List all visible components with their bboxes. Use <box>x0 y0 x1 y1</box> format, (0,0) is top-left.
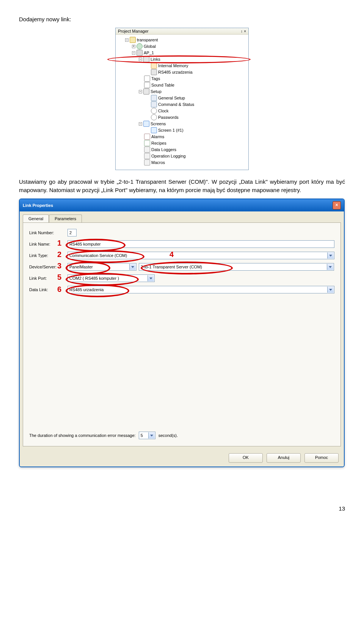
toggle-icon[interactable]: − <box>139 58 142 61</box>
tree-node-recipes[interactable]: Recipes <box>117 140 247 147</box>
command-icon <box>151 101 157 107</box>
pm-title: Project Manager <box>118 29 149 33</box>
recipe-icon <box>144 140 150 146</box>
field-link-number[interactable]: 2 <box>67 229 77 236</box>
toggle-icon[interactable]: + <box>132 45 135 48</box>
tree-node-root[interactable]: −transparent <box>117 37 247 43</box>
label-link-number: Link Number: <box>29 230 65 235</box>
close-icon[interactable]: × <box>333 201 341 210</box>
dialog-footer: OK Anuluj Pomoc <box>20 449 344 467</box>
tree-node-macros[interactable]: Macros <box>117 159 247 166</box>
chevron-down-icon <box>149 277 152 279</box>
row-link-name: Link Name: RS485 komputer 1 <box>29 240 334 248</box>
screens-icon <box>143 121 149 127</box>
hmi-icon <box>136 50 143 56</box>
heading: Dodajemy nowy link: <box>19 15 345 24</box>
tree-node-rs485[interactable]: RS485 urzadzenia <box>117 69 247 76</box>
field-link-type[interactable]: Communication Service (COM) <box>67 252 334 259</box>
alarm-icon <box>144 134 150 140</box>
page-number: 13 <box>19 505 345 512</box>
dialog-titlebar: Link Properties × <box>20 199 344 211</box>
tree-node-global[interactable]: +Global <box>117 43 247 50</box>
dialog-page-general: Link Number: 2 Link Name: RS485 komputer… <box>23 222 341 446</box>
chevron-down-icon <box>150 435 153 437</box>
tree-node-screen1[interactable]: Screen 1 (#1) <box>117 127 247 134</box>
field-data-link[interactable]: RS485 urzadzenia <box>67 286 334 293</box>
help-button[interactable]: Pomoc <box>304 453 339 463</box>
clock-icon <box>151 108 157 114</box>
memory-icon <box>151 63 157 69</box>
annotation-4: 4 <box>169 250 174 259</box>
chevron-down-icon <box>329 266 332 268</box>
lock-icon <box>151 114 157 120</box>
annotation-3: 3 <box>57 262 61 270</box>
macro-icon <box>144 159 150 166</box>
tree-node-internal-memory[interactable]: Internal Memory <box>117 63 247 69</box>
link-properties-dialog: Link Properties × General Parameters Lin… <box>19 199 345 467</box>
globe-icon <box>136 43 143 49</box>
field-duration[interactable]: 5 <box>139 432 155 439</box>
sound-icon <box>144 82 150 88</box>
label-duration-unit: second(s). <box>158 433 178 438</box>
tree-node-general-setup[interactable]: General Setup <box>117 95 247 101</box>
row-link-number: Link Number: 2 <box>29 229 334 236</box>
label-duration: The duration of showing a communication … <box>29 433 136 438</box>
annotation-1: 1 <box>57 239 61 248</box>
tree-node-clock[interactable]: Clock <box>117 108 247 114</box>
tree-node-screens[interactable]: −Screens <box>117 121 247 127</box>
chevron-down-icon <box>329 289 332 291</box>
field-link-port[interactable]: COM2 ( RS485 komputer ) <box>67 274 155 282</box>
links-icon <box>143 56 149 62</box>
project-manager-panel: Project Manager ↕ × −transparent +Global… <box>115 28 249 170</box>
oplog-icon <box>144 153 150 159</box>
field-device-server-1[interactable]: PanelMaster <box>67 263 136 271</box>
paragraph: Ustawiamy go aby pracował w trybie „2-to… <box>19 178 345 195</box>
ok-button[interactable]: OK <box>229 453 263 463</box>
row-duration: The duration of showing a communication … <box>29 432 178 439</box>
toggle-icon[interactable]: − <box>125 38 129 42</box>
tree-node-sound[interactable]: Sound Table <box>117 82 247 88</box>
cancel-button[interactable]: Anuluj <box>267 453 301 463</box>
device-icon <box>151 69 157 75</box>
tab-parameters[interactable]: Parameters <box>49 214 82 222</box>
tree-node-passwords[interactable]: Passwords <box>117 114 247 121</box>
toggle-icon[interactable]: − <box>139 122 142 126</box>
tree-node-loggers[interactable]: Data Loggers <box>117 147 247 153</box>
dialog-title: Link Properties <box>23 203 53 208</box>
row-link-type: Link Type: Communication Service (COM) 2… <box>29 252 334 259</box>
close-icon[interactable]: × <box>244 29 246 33</box>
row-link-port: Link Port: COM2 ( RS485 komputer ) 5 <box>29 274 334 282</box>
logger-icon <box>144 147 150 153</box>
annotation-5: 5 <box>57 273 61 282</box>
field-link-name[interactable]: RS485 komputer <box>67 240 334 248</box>
row-device-server: Device/Server: PanelMaster 2-to-1 Transp… <box>29 263 334 271</box>
folder-icon <box>130 37 136 43</box>
tree-node-tags[interactable]: Tags <box>117 76 247 82</box>
tab-general[interactable]: General <box>23 214 49 222</box>
tree-node-oplog[interactable]: Operation Logging <box>117 153 247 159</box>
tags-icon <box>144 76 150 82</box>
annotation-2: 2 <box>57 250 61 259</box>
screen-icon <box>151 127 157 133</box>
tree-node-setup[interactable]: −Setup <box>117 88 247 95</box>
toggle-icon[interactable]: − <box>132 51 135 55</box>
tree-node-cmd-status[interactable]: Command & Status <box>117 101 247 108</box>
pin-icon[interactable]: ↕ <box>241 29 243 33</box>
tree-node-links[interactable]: −Links <box>117 56 247 63</box>
annotation-6: 6 <box>57 285 61 294</box>
field-device-server-2[interactable]: 2-to-1 Transparent Server (COM) <box>139 263 334 271</box>
wrench-icon <box>143 88 149 95</box>
tree-node-ap1[interactable]: −AP_1 <box>117 50 247 56</box>
toggle-icon[interactable]: − <box>139 90 142 93</box>
chevron-down-icon <box>329 255 332 257</box>
chevron-down-icon <box>131 266 134 268</box>
settings-icon <box>151 95 157 101</box>
tree-node-alarms[interactable]: Alarms <box>117 134 247 140</box>
row-data-link: Data Link: RS485 urzadzenia 6 <box>29 286 334 293</box>
pm-titlebar: Project Manager ↕ × <box>116 28 248 35</box>
